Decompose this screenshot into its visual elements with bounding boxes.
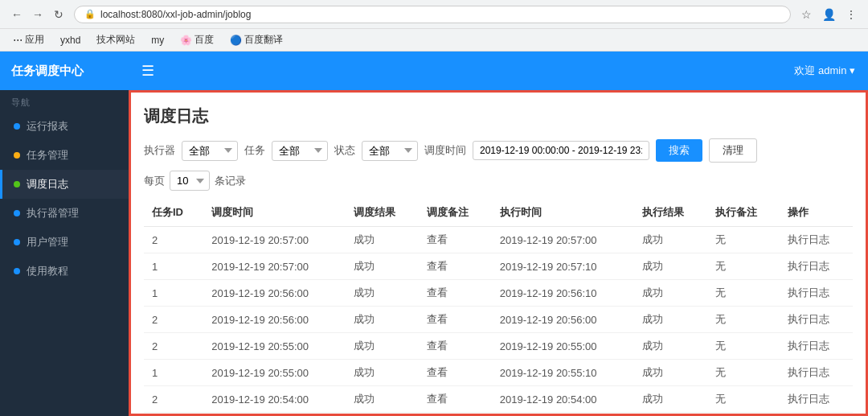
cell-schedule-result: 成功 [346, 253, 419, 280]
cell-action[interactable]: 执行日志 [780, 333, 853, 360]
bookmark-yxhd-label: yxhd [60, 35, 80, 46]
lock-icon: 🔒 [84, 9, 96, 19]
hamburger-button[interactable]: ☰ [141, 62, 154, 80]
cell-id: 1 [144, 253, 203, 280]
cell-schedule-note[interactable]: 查看 [419, 413, 492, 417]
dot-icon-tasks [14, 152, 20, 159]
data-table: 任务ID 调度时间 调度结果 调度备注 执行时间 执行结果 执行备注 操作 2 … [144, 199, 853, 416]
table-row: 2 2019-12-19 20:55:00 成功 查看 2019-12-19 2… [144, 333, 853, 360]
cell-schedule-time: 2019-12-19 20:57:00 [203, 253, 346, 280]
cell-action[interactable]: 执行日志 [780, 386, 853, 413]
address-bar[interactable]: 🔒 localhost:8080/xxl-job-admin/joblog [74, 6, 791, 23]
cell-action[interactable]: 执行日志 [780, 360, 853, 386]
cell-schedule-note[interactable]: 查看 [419, 307, 492, 333]
bookmark-fanyi[interactable]: 🔵 百度翻译 [225, 31, 288, 48]
per-page-select[interactable]: 10 20 50 [170, 171, 210, 191]
sidebar-item-tasks[interactable]: 任务管理 [0, 141, 129, 170]
executor-select[interactable]: 全部 [182, 141, 238, 161]
table-row: 1 2019-12-19 20:57:00 成功 查看 2019-12-19 2… [144, 253, 853, 280]
reload-button[interactable]: ↻ [50, 6, 68, 23]
task-label: 任务 [244, 143, 265, 158]
cell-schedule-time: 2019-12-19 20:57:00 [203, 227, 346, 253]
cell-exec-time: 2019-12-19 20:57:10 [492, 253, 634, 280]
table-row: 1 2019-12-19 20:56:00 成功 查看 2019-12-19 2… [144, 280, 853, 307]
cell-schedule-note[interactable]: 查看 [419, 386, 492, 413]
per-page-row: 每页 10 20 50 条记录 [144, 171, 853, 191]
cell-exec-time: 2019-12-19 20:55:00 [492, 333, 634, 360]
cell-schedule-note[interactable]: 查看 [419, 253, 492, 280]
cell-action[interactable]: 执行日志 [780, 307, 853, 333]
menu-button[interactable]: ⋮ [842, 6, 860, 23]
sidebar-title: 任务调度中心 [0, 51, 129, 90]
sidebar-item-report-label: 运行报表 [27, 119, 68, 134]
cell-id[interactable]: 2 [144, 307, 203, 333]
bookmark-apps[interactable]: ⋅⋅⋅ 应用 [8, 31, 49, 48]
cell-action[interactable]: 执行日志 [780, 227, 853, 253]
browser-actions: ☆ 👤 ⋮ [797, 6, 860, 23]
table-row: 1 2019-12-19 20:54:00 成功 查看 2019-12-19 2… [144, 413, 853, 417]
bookmark-my-label: my [151, 35, 164, 46]
sidebar-item-logs-label: 调度日志 [27, 177, 68, 192]
account-button[interactable]: 👤 [820, 6, 837, 23]
bookmark-baidu[interactable]: 🌸 百度 [175, 31, 219, 48]
cell-id[interactable]: 2 [144, 333, 203, 360]
search-button[interactable]: 搜索 [656, 139, 702, 162]
user-info[interactable]: 欢迎 admin ▾ [794, 64, 855, 78]
per-page-before-label: 每页 [144, 174, 165, 188]
sidebar-item-tutorial[interactable]: 使用教程 [0, 257, 129, 286]
cell-exec-result: 成功 [634, 253, 707, 280]
cell-schedule-result: 成功 [346, 386, 419, 413]
sidebar-item-executor-label: 执行器管理 [27, 206, 79, 220]
sidebar-item-users[interactable]: 用户管理 [0, 228, 129, 257]
table-row: 1 2019-12-19 20:55:00 成功 查看 2019-12-19 2… [144, 360, 853, 386]
status-label: 状态 [334, 143, 355, 158]
cell-action[interactable]: 执行日志 [780, 280, 853, 307]
cell-exec-note: 无 [707, 227, 780, 253]
status-select[interactable]: 全部 [362, 141, 418, 161]
cell-schedule-result: 成功 [346, 227, 419, 253]
cell-schedule-time: 2019-12-19 20:55:00 [203, 360, 346, 386]
cell-schedule-time: 2019-12-19 20:56:00 [203, 280, 346, 307]
back-button[interactable]: ← [8, 6, 26, 23]
cell-schedule-note[interactable]: 查看 [419, 360, 492, 386]
cell-exec-result: 成功 [634, 333, 707, 360]
col-header-schedule-time: 调度时间 [203, 199, 346, 227]
cell-id[interactable]: 2 [144, 227, 203, 253]
cell-exec-note: 无 [707, 333, 780, 360]
sidebar-item-users-label: 用户管理 [27, 235, 68, 249]
forward-button[interactable]: → [29, 6, 47, 23]
cell-action[interactable]: 执行日志 [780, 253, 853, 280]
url-text: localhost:8080/xxl-job-admin/joblog [100, 9, 251, 20]
bookmark-apps-label: 应用 [25, 33, 44, 47]
sidebar-item-logs[interactable]: 调度日志 [0, 170, 129, 199]
browser-nav-buttons: ← → ↻ [8, 6, 68, 23]
task-select[interactable]: 全部 [272, 141, 328, 161]
bookmark-fanyi-label: 百度翻译 [244, 33, 283, 47]
cell-schedule-time: 2019-12-19 20:55:00 [203, 333, 346, 360]
time-range-input[interactable] [473, 141, 649, 160]
cell-schedule-note[interactable]: 查看 [419, 227, 492, 253]
bookmark-tech[interactable]: 技术网站 [92, 31, 140, 48]
filter-bar: 执行器 全部 任务 全部 状态 全部 调度时间 搜索 清理 [144, 138, 853, 163]
cell-exec-result: 成功 [634, 386, 707, 413]
star-button[interactable]: ☆ [797, 6, 815, 23]
bookmarks-bar: ⋅⋅⋅ 应用 yxhd 技术网站 my 🌸 百度 🔵 百度翻译 [0, 29, 868, 51]
bookmark-yxhd[interactable]: yxhd [55, 33, 85, 47]
cell-id: 1 [144, 280, 203, 307]
cell-action[interactable]: 执行日志 [780, 413, 853, 417]
cell-exec-note: 无 [707, 307, 780, 333]
clear-button[interactable]: 清理 [709, 138, 757, 163]
sidebar-item-executor[interactable]: 执行器管理 [0, 199, 129, 228]
apps-grid-icon: ⋅⋅⋅ [13, 34, 23, 47]
cell-exec-time: 2019-12-19 20:56:10 [492, 280, 634, 307]
col-header-exec-note: 执行备注 [707, 199, 780, 227]
cell-schedule-result: 成功 [346, 307, 419, 333]
cell-exec-result: 成功 [634, 307, 707, 333]
per-page-after-label: 条记录 [215, 174, 246, 188]
bookmark-my[interactable]: my [146, 33, 169, 47]
cell-id[interactable]: 2 [144, 386, 203, 413]
cell-schedule-note[interactable]: 查看 [419, 280, 492, 307]
table-row: 2 2019-12-19 20:57:00 成功 查看 2019-12-19 2… [144, 227, 853, 253]
sidebar-item-report[interactable]: 运行报表 [0, 112, 129, 141]
cell-schedule-note[interactable]: 查看 [419, 333, 492, 360]
